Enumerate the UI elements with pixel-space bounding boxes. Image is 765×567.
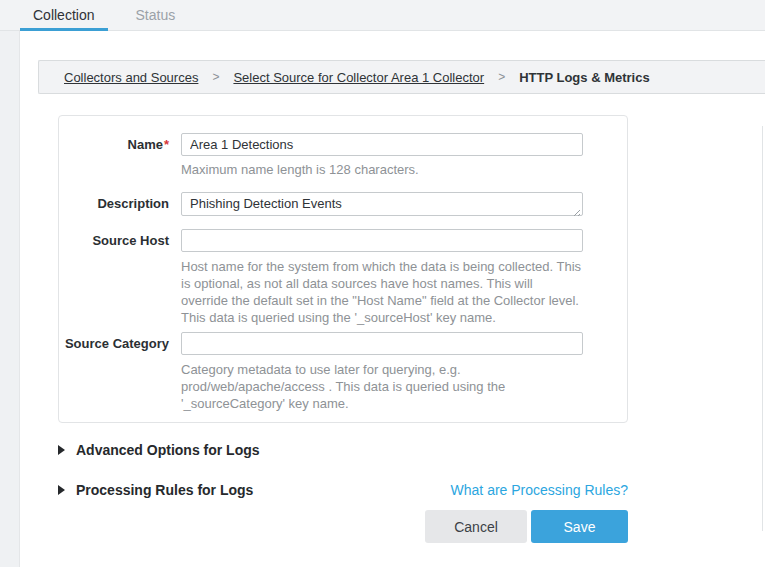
- main-panel: Collectors and Sources > Select Source f…: [20, 31, 765, 567]
- processing-rules-label[interactable]: Processing Rules for Logs: [76, 482, 253, 498]
- source-host-field-cell: Host name for the system from which the …: [181, 229, 583, 326]
- processing-rules-row: Processing Rules for Logs What are Proce…: [58, 482, 628, 498]
- breadcrumb-current-page: HTTP Logs & Metrics: [519, 70, 650, 85]
- source-form-card: Name* Maximum name length is 128 charact…: [58, 115, 628, 423]
- breadcrumb-separator-icon: >: [498, 70, 505, 84]
- name-input[interactable]: [181, 133, 583, 156]
- advanced-options-section-toggle[interactable]: Advanced Options for Logs: [58, 442, 628, 458]
- collapsed-triangle-icon: [58, 445, 65, 455]
- cancel-button[interactable]: Cancel: [425, 510, 527, 543]
- tab-collection[interactable]: Collection: [33, 7, 94, 23]
- breadcrumb-select-source[interactable]: Select Source for Collector Area 1 Colle…: [233, 70, 484, 85]
- save-button[interactable]: Save: [531, 510, 628, 543]
- source-host-field-row: Source Host Host name for the system fro…: [59, 229, 627, 326]
- name-label-text: Name: [128, 137, 163, 152]
- source-config-screen: Collection Status Collectors and Sources…: [0, 0, 765, 567]
- description-textarea[interactable]: Phishing Detection Events: [181, 192, 583, 216]
- source-category-field-row: Source Category Category metadata to use…: [59, 332, 627, 412]
- what-are-processing-rules-link[interactable]: What are Processing Rules?: [451, 482, 628, 498]
- source-host-label: Source Host: [59, 229, 169, 326]
- breadcrumb-separator-icon: >: [212, 70, 219, 84]
- name-label: Name*: [59, 133, 169, 185]
- content-right-border: [762, 126, 763, 531]
- source-category-input[interactable]: [181, 332, 583, 355]
- source-category-field-cell: Category metadata to use later for query…: [181, 332, 583, 412]
- form-content: Name* Maximum name length is 128 charact…: [58, 115, 628, 543]
- required-asterisk: *: [164, 137, 169, 152]
- processing-rules-section-toggle[interactable]: Processing Rules for Logs: [58, 482, 253, 498]
- breadcrumb: Collectors and Sources > Select Source f…: [38, 60, 765, 94]
- name-field-cell: Maximum name length is 128 characters.: [181, 133, 583, 185]
- description-field-cell: Phishing Detection Events: [181, 192, 583, 220]
- source-category-help-text: Category metadata to use later for query…: [181, 361, 583, 412]
- left-gutter: [0, 0, 20, 567]
- name-help-text: Maximum name length is 128 characters.: [181, 161, 583, 178]
- source-host-input[interactable]: [181, 229, 583, 252]
- collapsed-triangle-icon: [58, 485, 65, 495]
- form-action-buttons: Cancel Save: [58, 510, 628, 543]
- description-label: Description: [59, 192, 169, 220]
- advanced-options-label[interactable]: Advanced Options for Logs: [76, 442, 260, 458]
- source-host-help-text: Host name for the system from which the …: [181, 258, 583, 326]
- source-category-label: Source Category: [59, 332, 169, 412]
- breadcrumb-collectors-and-sources[interactable]: Collectors and Sources: [64, 70, 198, 85]
- tab-status[interactable]: Status: [135, 7, 175, 23]
- top-tab-bar: Collection Status: [0, 0, 765, 31]
- description-field-row: Description Phishing Detection Events: [59, 192, 627, 220]
- name-field-row: Name* Maximum name length is 128 charact…: [59, 133, 627, 185]
